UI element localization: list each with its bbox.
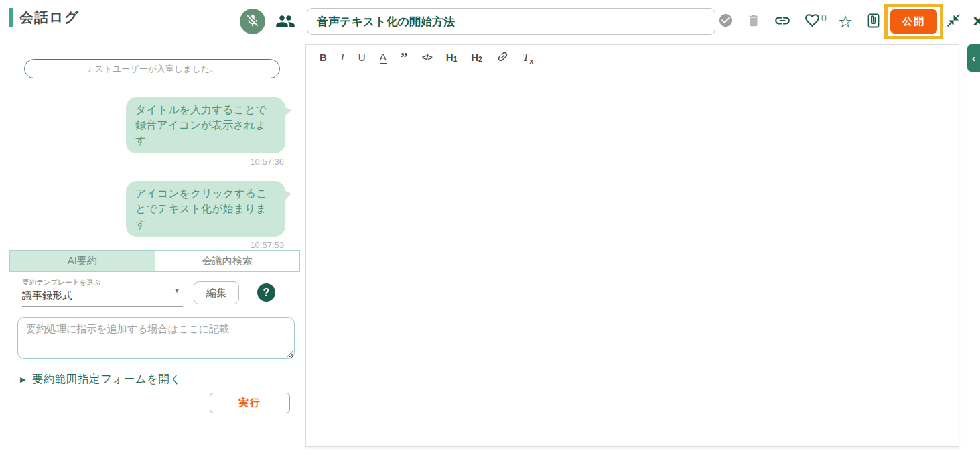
exit-fullscreen-button[interactable] xyxy=(946,13,961,30)
italic-button[interactable]: I xyxy=(341,52,344,63)
mic-muted-button[interactable] xyxy=(240,9,265,34)
heart-icon xyxy=(804,12,821,31)
disclosure-triangle-icon: ▶ xyxy=(20,375,26,384)
star-icon: ☆ xyxy=(838,13,853,30)
dropdown-arrow-icon: ▼ xyxy=(173,287,180,294)
heading1-button[interactable]: H1 xyxy=(446,52,457,63)
underline-button[interactable]: U xyxy=(358,52,366,63)
tab-ai-summary[interactable]: AI要約 xyxy=(10,251,155,271)
mic-off-icon xyxy=(245,13,260,30)
range-form-toggle[interactable]: ▶ 要約範囲指定フォームを開く xyxy=(20,372,182,387)
chat-panel-header: 会話ログ xyxy=(9,8,79,27)
close-icon: × xyxy=(973,12,980,31)
page-title: 会話ログ xyxy=(19,8,79,27)
tab-meeting-search[interactable]: 会議内検索 xyxy=(155,251,300,271)
message-timestamp: 10:57:36 xyxy=(250,157,284,167)
like-button[interactable]: 0 xyxy=(804,12,827,31)
close-button[interactable]: × xyxy=(973,12,980,31)
chat-bubble: タイトルを入力することで 録音アイコンが表示されます xyxy=(126,97,285,153)
template-select-label: 要約テンプレートを選ぶ xyxy=(22,278,183,287)
tutorial-highlight-frame: 公開 xyxy=(884,4,943,39)
help-icon[interactable]: ? xyxy=(257,283,275,302)
summary-instruction-input[interactable] xyxy=(17,317,295,359)
title-accent-bar xyxy=(9,8,13,27)
insert-link-button[interactable] xyxy=(496,50,509,65)
note-title-input[interactable] xyxy=(307,8,715,35)
chat-message: アイコンをクリックすることでテキスト化が始まります 10:57:53 xyxy=(126,181,285,251)
range-form-toggle-label: 要約範囲指定フォームを開く xyxy=(32,372,182,387)
text-color-glyph: A xyxy=(380,51,387,64)
copy-link-button[interactable] xyxy=(774,12,791,31)
check-circle-icon xyxy=(718,13,733,30)
edit-template-button[interactable]: 編集 xyxy=(194,281,239,304)
bold-button[interactable]: B xyxy=(320,52,327,63)
delete-button[interactable] xyxy=(746,13,761,30)
participants-icon[interactable] xyxy=(275,13,295,30)
collapse-panel-button[interactable]: ‹ xyxy=(967,44,980,72)
text-color-button[interactable]: A xyxy=(380,51,387,64)
heading2-button[interactable]: H2 xyxy=(471,52,482,63)
link-icon xyxy=(774,12,791,31)
note-actions-toolbar: 0 ☆ 公開 × xyxy=(718,0,980,43)
collapse-arrows-icon xyxy=(946,13,961,30)
summary-tabs: AI要約 会議内検索 xyxy=(9,250,300,272)
code-button[interactable]: </> xyxy=(422,53,432,62)
chevron-left-icon: ‹ xyxy=(972,52,975,64)
editor-link-icon xyxy=(496,50,509,65)
note-editor: B I U A ” </> H1 H2 Tx xyxy=(305,44,959,447)
trash-icon xyxy=(746,13,761,30)
run-button[interactable]: 実行 xyxy=(210,393,290,413)
publish-button[interactable]: 公開 xyxy=(890,9,937,34)
attachment-button[interactable] xyxy=(865,13,882,31)
editor-content[interactable] xyxy=(306,70,959,446)
like-count: 0 xyxy=(821,13,827,23)
system-message: テストユーザーが入室しました。 xyxy=(24,59,280,78)
favorite-button[interactable]: ☆ xyxy=(838,13,853,30)
clear-format-button[interactable]: Tx xyxy=(523,52,533,64)
chat-message: タイトルを入力することで 録音アイコンが表示されます 10:57:36 xyxy=(126,97,285,167)
check-circle-button[interactable] xyxy=(718,13,733,30)
chat-bubble: アイコンをクリックすることでテキスト化が始まります xyxy=(126,181,285,237)
template-select[interactable]: 要約テンプレートを選ぶ 議事録形式 ▼ xyxy=(22,278,183,307)
attachment-icon xyxy=(865,13,882,31)
template-select-value: 議事録形式 xyxy=(22,287,183,307)
blockquote-button[interactable]: ” xyxy=(401,53,408,62)
editor-toolbar: B I U A ” </> H1 H2 Tx xyxy=(306,45,959,70)
message-timestamp: 10:57:53 xyxy=(250,240,284,250)
chat-log: タイトルを入力することで 録音アイコンが表示されます 10:57:36 アイコン… xyxy=(0,97,285,264)
